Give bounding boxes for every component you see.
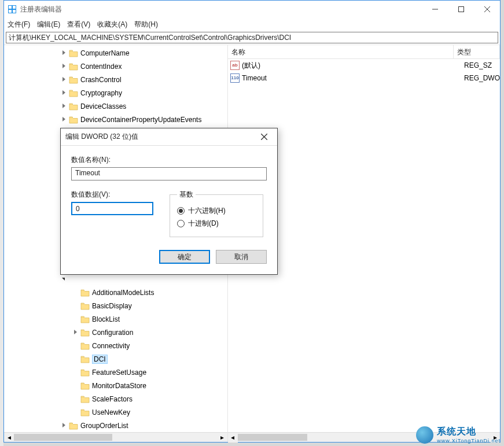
- tree-item-label: Cryptography: [80, 89, 122, 97]
- tree-item-label: ScaleFactors: [92, 395, 133, 403]
- list-row[interactable]: ab(默认)REG_SZ: [228, 59, 500, 72]
- scroll-thumb[interactable]: [14, 434, 112, 441]
- tree-item[interactable]: DeviceContainerPropertyUpdateEvents: [4, 113, 227, 126]
- maximize-button[interactable]: [448, 1, 474, 18]
- value-string-icon: ab: [230, 61, 240, 70]
- svg-rect-1: [9, 6, 12, 9]
- scroll-left-icon[interactable]: ◂: [228, 433, 238, 443]
- globe-icon: [416, 426, 433, 444]
- close-button[interactable]: [474, 1, 500, 18]
- tree-item[interactable]: BlockList: [4, 312, 227, 326]
- tree-item[interactable]: UseNewKey: [4, 406, 227, 419]
- base-legend: 基数: [177, 190, 196, 200]
- list-row[interactable]: 110TimeoutREG_DWO: [228, 72, 500, 84]
- tree-item-label: DeviceClasses: [80, 102, 126, 110]
- tree-item[interactable]: CrashControl: [4, 73, 227, 86]
- watermark: 系统天地 www.XiTongTianDi.net: [413, 423, 504, 446]
- svg-rect-6: [458, 7, 463, 12]
- menu-edit[interactable]: 编辑(E): [37, 20, 60, 30]
- tree-item-label: Configuration: [92, 329, 133, 337]
- radix-hex-option[interactable]: 十六进制(H): [177, 204, 256, 217]
- tree-item-label: BasicDisplay: [92, 302, 132, 310]
- chevron-right-icon[interactable]: [60, 116, 68, 124]
- col-header-name[interactable]: 名称: [228, 45, 454, 58]
- tree-item-label: GroupOrderList: [80, 422, 128, 430]
- folder-icon: [80, 368, 90, 377]
- watermark-url: www.XiTongTianDi.net: [437, 438, 501, 444]
- col-header-type[interactable]: 类型: [454, 45, 500, 58]
- chevron-right-icon[interactable]: [60, 76, 68, 84]
- scroll-left-icon[interactable]: ◂: [4, 433, 14, 443]
- tree-item-label: ContentIndex: [80, 62, 122, 71]
- minimize-button[interactable]: [422, 1, 448, 18]
- chevron-right-icon[interactable]: [60, 102, 68, 110]
- folder-icon: [69, 49, 78, 57]
- address-text: 计算机\HKEY_LOCAL_MACHINE\SYSTEM\CurrentCon…: [9, 33, 291, 43]
- chevron-right-icon[interactable]: [60, 422, 68, 430]
- folder-icon: [80, 408, 90, 416]
- radix-hex-label: 十六进制(H): [188, 206, 226, 216]
- folder-icon: [80, 382, 90, 390]
- folder-icon: [80, 315, 90, 323]
- tree-item[interactable]: GroupOrderList: [4, 419, 227, 432]
- tree-hscrollbar[interactable]: ◂ ▸: [4, 432, 227, 442]
- address-bar[interactable]: 计算机\HKEY_LOCAL_MACHINE\SYSTEM\CurrentCon…: [6, 32, 498, 43]
- app-icon: [8, 5, 17, 14]
- tree-item[interactable]: MonitorDataStore: [4, 379, 227, 392]
- menu-help[interactable]: 帮助(H): [134, 20, 158, 30]
- folder-icon: [80, 289, 90, 297]
- menu-favorites[interactable]: 收藏夹(A): [97, 20, 127, 30]
- value-name-field[interactable]: Timeout: [71, 167, 267, 180]
- value-name-label: 数值名称(N):: [71, 155, 267, 165]
- chevron-right-icon[interactable]: [60, 49, 68, 57]
- window-controls: [422, 1, 500, 18]
- chevron-right-icon[interactable]: [71, 329, 79, 337]
- svg-rect-2: [13, 6, 16, 9]
- folder-icon: [69, 116, 78, 124]
- tree-item-label: CrashControl: [80, 76, 122, 84]
- radix-dec-option[interactable]: 十进制(D): [177, 217, 256, 230]
- svg-rect-4: [13, 10, 16, 13]
- titlebar[interactable]: 注册表编辑器: [4, 1, 500, 18]
- tree-item[interactable]: Cryptography: [4, 86, 227, 99]
- ok-button[interactable]: 确定: [159, 250, 210, 264]
- folder-icon: [80, 302, 90, 310]
- chevron-down-icon[interactable]: [60, 275, 68, 283]
- cancel-button[interactable]: 取消: [216, 250, 267, 264]
- menu-view[interactable]: 查看(V): [67, 20, 90, 30]
- folder-icon: [69, 62, 78, 71]
- tree-item[interactable]: Connectivity: [4, 339, 227, 352]
- tree-item[interactable]: BasicDisplay: [4, 299, 227, 312]
- folder-icon: [80, 395, 90, 403]
- scroll-thumb[interactable]: [238, 434, 307, 441]
- tree-item[interactable]: ContentIndex: [4, 60, 227, 73]
- scroll-right-icon[interactable]: ▸: [218, 433, 227, 443]
- dialog-body: 数值名称(N): Timeout 数值数据(V): 基数 十六进制(H) 十进制…: [61, 146, 277, 274]
- chevron-right-icon[interactable]: [60, 89, 68, 97]
- list-header: 名称 类型: [228, 45, 500, 59]
- dialog-titlebar[interactable]: 编辑 DWORD (32 位)值: [61, 128, 277, 146]
- tree-item[interactable]: DCI: [4, 352, 227, 366]
- tree-item[interactable]: FeatureSetUsage: [4, 366, 227, 379]
- folder-icon: [80, 329, 90, 337]
- chevron-right-icon[interactable]: [60, 62, 68, 71]
- tree-item[interactable]: DeviceClasses: [4, 99, 227, 113]
- tree-item-label: Connectivity: [92, 342, 130, 350]
- tree-item-label: DeviceContainerPropertyUpdateEvents: [80, 116, 201, 124]
- value-data-input[interactable]: [71, 202, 153, 215]
- folder-icon: [69, 89, 78, 97]
- tree-item-label: FeatureSetUsage: [92, 368, 146, 377]
- tree-item[interactable]: ComputerName: [4, 46, 227, 60]
- dialog-close-button[interactable]: [255, 128, 273, 146]
- tree-item[interactable]: AdditionalModeLists: [4, 286, 227, 299]
- menu-file[interactable]: 文件(F): [8, 20, 30, 30]
- value-dword-icon: 110: [230, 73, 240, 83]
- radix-dec-label: 十进制(D): [188, 219, 219, 228]
- watermark-brand: 系统天地: [437, 426, 501, 438]
- value-name: (默认): [242, 61, 464, 71]
- tree-item[interactable]: ScaleFactors: [4, 392, 227, 406]
- window-title: 注册表编辑器: [20, 5, 422, 14]
- tree-item[interactable]: Configuration: [4, 326, 227, 339]
- radio-unchecked-icon: [177, 220, 185, 227]
- value-data-label: 数值数据(V):: [71, 190, 153, 200]
